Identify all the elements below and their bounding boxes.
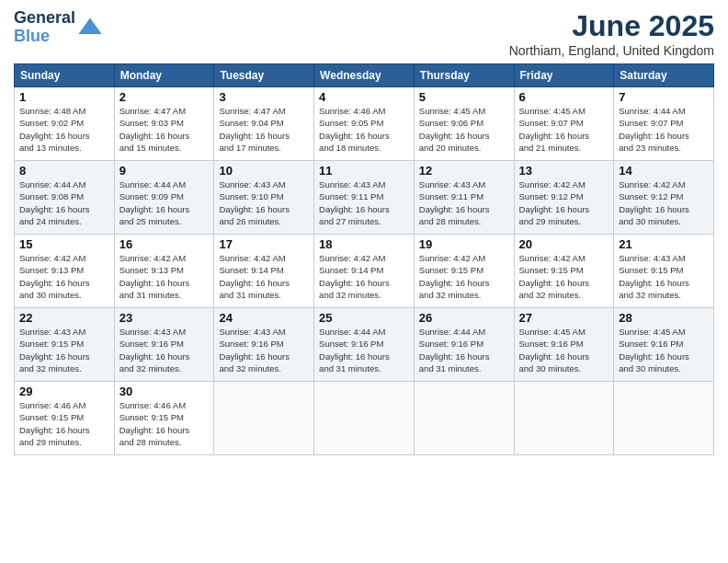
table-row: 17Sunrise: 4:42 AMSunset: 9:14 PMDayligh… [214,235,314,308]
col-wednesday: Wednesday [314,64,415,87]
day-number: 12 [419,164,509,178]
day-number: 15 [19,237,109,251]
day-info: Sunrise: 4:44 AMSunset: 9:09 PMDaylight:… [119,178,210,227]
logo-icon [77,15,103,40]
day-number: 17 [219,237,309,251]
table-row: 12Sunrise: 4:43 AMSunset: 9:11 PMDayligh… [414,161,514,235]
day-info: Sunrise: 4:46 AMSunset: 9:15 PMDaylight:… [19,399,109,448]
day-number: 10 [219,164,309,178]
day-info: Sunrise: 4:43 AMSunset: 9:16 PMDaylight:… [119,326,210,374]
day-info: Sunrise: 4:47 AMSunset: 9:03 PMDaylight:… [119,105,210,154]
col-friday: Friday [514,64,614,87]
day-info: Sunrise: 4:42 AMSunset: 9:13 PMDaylight:… [19,252,109,301]
day-info: Sunrise: 4:42 AMSunset: 9:15 PMDaylight:… [519,252,609,301]
col-thursday: Thursday [414,64,514,87]
day-number: 27 [519,311,609,325]
day-number: 21 [619,237,709,251]
calendar-week-row: 22Sunrise: 4:43 AMSunset: 9:15 PMDayligh… [15,308,714,382]
day-info: Sunrise: 4:43 AMSunset: 9:16 PMDaylight:… [219,326,309,374]
day-info: Sunrise: 4:43 AMSunset: 9:15 PMDaylight:… [19,326,109,374]
day-number: 9 [119,164,210,178]
table-row: 2Sunrise: 4:47 AMSunset: 9:03 PMDaylight… [114,87,214,161]
table-row: 11Sunrise: 4:43 AMSunset: 9:11 PMDayligh… [314,161,415,235]
day-number: 6 [519,90,609,104]
table-row: 25Sunrise: 4:44 AMSunset: 9:16 PMDayligh… [314,308,415,382]
day-number: 26 [419,311,509,325]
table-row [314,382,415,455]
day-number: 25 [319,311,409,325]
table-row: 18Sunrise: 4:42 AMSunset: 9:14 PMDayligh… [314,235,415,308]
day-info: Sunrise: 4:42 AMSunset: 9:14 PMDaylight:… [319,252,409,301]
day-info: Sunrise: 4:48 AMSunset: 9:02 PMDaylight:… [19,105,109,154]
table-row: 9Sunrise: 4:44 AMSunset: 9:09 PMDaylight… [114,161,214,235]
table-row: 14Sunrise: 4:42 AMSunset: 9:12 PMDayligh… [614,161,714,235]
day-number: 30 [119,385,210,398]
day-info: Sunrise: 4:44 AMSunset: 9:07 PMDaylight:… [619,105,709,154]
day-info: Sunrise: 4:42 AMSunset: 9:14 PMDaylight:… [219,252,309,301]
day-number: 11 [319,164,409,178]
day-info: Sunrise: 4:43 AMSunset: 9:10 PMDaylight:… [219,178,309,227]
table-row [214,382,314,455]
logo: GeneralBlue [14,9,103,46]
table-row: 16Sunrise: 4:42 AMSunset: 9:13 PMDayligh… [114,235,214,308]
day-number: 14 [619,164,709,178]
day-number: 5 [419,90,509,104]
day-number: 3 [219,90,309,104]
day-info: Sunrise: 4:43 AMSunset: 9:15 PMDaylight:… [619,252,709,301]
table-row: 23Sunrise: 4:43 AMSunset: 9:16 PMDayligh… [114,308,214,382]
table-row: 7Sunrise: 4:44 AMSunset: 9:07 PMDaylight… [614,87,714,161]
table-row: 3Sunrise: 4:47 AMSunset: 9:04 PMDaylight… [214,87,314,161]
day-number: 2 [119,90,210,104]
day-info: Sunrise: 4:45 AMSunset: 9:16 PMDaylight:… [519,326,609,374]
day-info: Sunrise: 4:42 AMSunset: 9:15 PMDaylight:… [419,252,509,301]
table-row [514,382,614,455]
table-row: 20Sunrise: 4:42 AMSunset: 9:15 PMDayligh… [514,235,614,308]
table-row: 4Sunrise: 4:46 AMSunset: 9:05 PMDaylight… [314,87,415,161]
table-row: 6Sunrise: 4:45 AMSunset: 9:07 PMDaylight… [514,87,614,161]
day-number: 1 [19,90,109,104]
table-row [614,382,714,455]
calendar-week-row: 29Sunrise: 4:46 AMSunset: 9:15 PMDayligh… [15,382,714,455]
calendar-body: 1Sunrise: 4:48 AMSunset: 9:02 PMDaylight… [15,87,714,455]
day-info: Sunrise: 4:43 AMSunset: 9:11 PMDaylight:… [319,178,409,227]
calendar-week-row: 8Sunrise: 4:44 AMSunset: 9:08 PMDaylight… [15,161,714,235]
day-info: Sunrise: 4:45 AMSunset: 9:07 PMDaylight:… [519,105,609,154]
table-row: 27Sunrise: 4:45 AMSunset: 9:16 PMDayligh… [514,308,614,382]
day-number: 29 [19,385,109,398]
table-row: 21Sunrise: 4:43 AMSunset: 9:15 PMDayligh… [614,235,714,308]
col-saturday: Saturday [614,64,714,87]
day-number: 8 [19,164,109,178]
table-row: 10Sunrise: 4:43 AMSunset: 9:10 PMDayligh… [214,161,314,235]
logo-text: GeneralBlue [14,9,75,46]
day-number: 24 [219,311,309,325]
day-info: Sunrise: 4:44 AMSunset: 9:08 PMDaylight:… [19,178,109,227]
col-monday: Monday [114,64,214,87]
day-number: 13 [519,164,609,178]
day-number: 28 [619,311,709,325]
table-row: 5Sunrise: 4:45 AMSunset: 9:06 PMDaylight… [414,87,514,161]
day-number: 18 [319,237,409,251]
svg-marker-0 [78,17,101,34]
month-title: June 2025 [509,9,714,43]
day-number: 20 [519,237,609,251]
day-info: Sunrise: 4:44 AMSunset: 9:16 PMDaylight:… [419,326,509,374]
table-row: 8Sunrise: 4:44 AMSunset: 9:08 PMDaylight… [15,161,115,235]
table-row: 19Sunrise: 4:42 AMSunset: 9:15 PMDayligh… [414,235,514,308]
table-row: 15Sunrise: 4:42 AMSunset: 9:13 PMDayligh… [15,235,115,308]
table-row: 24Sunrise: 4:43 AMSunset: 9:16 PMDayligh… [214,308,314,382]
calendar-page: GeneralBlue June 2025 Northiam, England,… [0,0,728,563]
table-row: 1Sunrise: 4:48 AMSunset: 9:02 PMDaylight… [15,87,115,161]
title-block: June 2025 Northiam, England, United King… [509,9,714,58]
day-info: Sunrise: 4:46 AMSunset: 9:05 PMDaylight:… [319,105,409,154]
day-number: 4 [319,90,409,104]
day-number: 19 [419,237,509,251]
col-sunday: Sunday [15,64,115,87]
day-info: Sunrise: 4:43 AMSunset: 9:11 PMDaylight:… [419,178,509,227]
col-tuesday: Tuesday [214,64,314,87]
day-number: 22 [19,311,109,325]
table-row: 26Sunrise: 4:44 AMSunset: 9:16 PMDayligh… [414,308,514,382]
day-number: 7 [619,90,709,104]
day-info: Sunrise: 4:42 AMSunset: 9:12 PMDaylight:… [619,178,709,227]
day-info: Sunrise: 4:45 AMSunset: 9:06 PMDaylight:… [419,105,509,154]
header-row: Sunday Monday Tuesday Wednesday Thursday… [15,64,714,87]
